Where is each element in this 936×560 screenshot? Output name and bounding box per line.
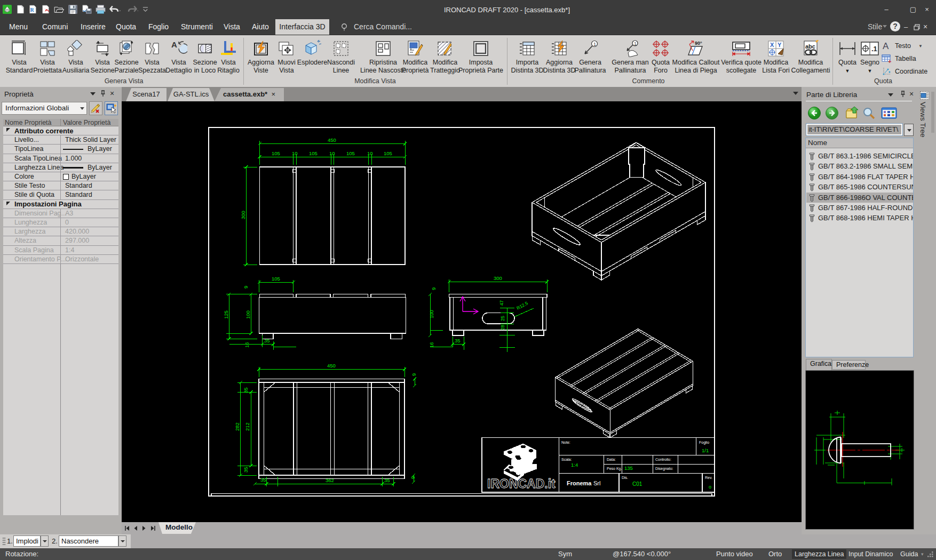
svg-text:o: o <box>709 484 711 490</box>
svg-text:X: X <box>770 42 774 48</box>
svg-text:300: 300 <box>240 211 246 219</box>
svg-text:47: 47 <box>499 300 504 306</box>
svg-text:Data:: Data: <box>607 458 616 461</box>
svg-text:35: 35 <box>243 387 249 393</box>
svg-text:.1: .1 <box>871 45 877 53</box>
svg-text:Peso Kg.: Peso Kg. <box>607 467 622 471</box>
svg-text:1: 1 <box>593 42 596 47</box>
svg-text:Rev.: Rev. <box>705 476 712 479</box>
svg-text:100: 100 <box>429 310 434 318</box>
svg-text:9: 9 <box>431 287 437 290</box>
svg-text:Disegnato:: Disegnato: <box>655 467 673 471</box>
svg-text:25: 25 <box>500 316 505 321</box>
svg-text:Note:: Note: <box>561 441 570 444</box>
svg-text:IRONCAD.it: IRONCAD.it <box>487 477 556 491</box>
svg-text:9: 9 <box>243 286 249 289</box>
svg-text:A: A <box>171 40 177 49</box>
svg-text:105: 105 <box>272 276 280 282</box>
svg-text:Srl: Srl <box>593 480 600 486</box>
svg-text:16: 16 <box>429 342 434 348</box>
svg-text:R12.5: R12.5 <box>515 300 529 311</box>
svg-text:abc: abc <box>805 43 815 50</box>
svg-text:+: + <box>888 58 891 63</box>
svg-text:282: 282 <box>234 422 240 431</box>
svg-text:C01: C01 <box>632 481 642 487</box>
svg-text:362: 362 <box>326 477 334 483</box>
svg-text:35: 35 <box>264 338 270 343</box>
svg-text:35: 35 <box>384 477 390 483</box>
svg-text:105: 105 <box>309 150 318 156</box>
svg-text:35: 35 <box>455 338 461 343</box>
svg-text:125: 125 <box>223 310 229 319</box>
svg-text:1: 1 <box>634 41 637 46</box>
svg-text:16: 16 <box>244 342 250 348</box>
svg-text:105: 105 <box>272 150 280 156</box>
svg-text:9: 9 <box>411 373 417 376</box>
svg-text:1:4: 1:4 <box>571 462 578 468</box>
svg-text:105: 105 <box>346 150 355 156</box>
svg-text:90°: 90° <box>695 41 702 46</box>
svg-text:Dis.: Dis. <box>622 476 628 479</box>
svg-text:1/1: 1/1 <box>702 447 709 453</box>
svg-text:10: 10 <box>329 150 335 156</box>
svg-text:R: R <box>30 7 35 13</box>
svg-text:35: 35 <box>243 467 249 473</box>
svg-text:10: 10 <box>367 150 373 156</box>
svg-text:Foglio: Foglio <box>699 441 709 445</box>
svg-text:9: 9 <box>410 476 416 479</box>
svg-text:105: 105 <box>384 150 392 156</box>
svg-text:300: 300 <box>494 275 502 281</box>
svg-text:450: 450 <box>328 137 336 143</box>
svg-text:35: 35 <box>260 477 266 483</box>
svg-text:Y: Y <box>778 42 782 48</box>
svg-text:A: A <box>883 41 889 51</box>
svg-text:28: 28 <box>500 325 505 330</box>
svg-text:Controllo:: Controllo: <box>655 458 671 461</box>
svg-text:450: 450 <box>327 363 336 369</box>
svg-text:Fronema: Fronema <box>567 480 592 486</box>
svg-text:Scala:: Scala: <box>561 458 572 461</box>
svg-text:212: 212 <box>244 422 250 431</box>
svg-text:135: 135 <box>624 465 633 471</box>
svg-text:10: 10 <box>292 150 298 156</box>
svg-text:100: 100 <box>245 310 251 319</box>
